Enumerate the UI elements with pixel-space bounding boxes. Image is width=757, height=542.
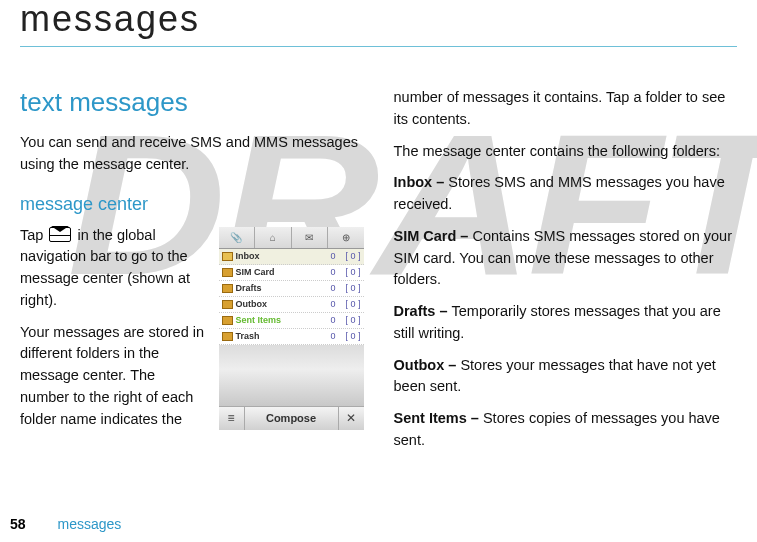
footer-section: messages (57, 516, 121, 532)
folder-count: 0 (326, 315, 336, 325)
page-number: 58 (10, 516, 26, 532)
folder-unread: [ 0 ] (339, 251, 361, 261)
folder-unread: [ 0 ] (339, 331, 361, 341)
close-icon: ✕ (338, 407, 364, 430)
right-cont-paragraph: number of messages it contains. Tap a fo… (394, 87, 738, 131)
right-folders-intro: The message center contains the followin… (394, 141, 738, 163)
folder-unread: [ 0 ] (339, 283, 361, 293)
folder-list: Inbox 0 [ 0 ] SIM Card 0 [ 0 ] Dra (219, 249, 364, 345)
tab-icon-folder: ⌂ (255, 227, 292, 248)
folder-row-sim: SIM Card 0 [ 0 ] (219, 265, 364, 281)
tap-paragraph: Tap in the global navigation bar to go t… (20, 225, 207, 312)
folder-count: 0 (326, 283, 336, 293)
folder-name: Sent Items (236, 315, 323, 325)
desc-outbox-label: Outbox – (394, 357, 461, 373)
page-footer: 58 messages (10, 516, 121, 532)
tab-icon-paperclip: 📎 (219, 227, 256, 248)
folder-icon (222, 332, 233, 341)
folder-count: 0 (326, 299, 336, 309)
tab-icon-mail: ✉ (292, 227, 329, 248)
menu-icon: ≡ (219, 407, 245, 430)
tap-before: Tap (20, 227, 47, 243)
folder-row-sent: Sent Items 0 [ 0 ] (219, 313, 364, 329)
folder-count: 0 (326, 267, 336, 277)
folder-name: SIM Card (236, 267, 323, 277)
desc-inbox-label: Inbox – (394, 174, 449, 190)
folder-icon (222, 284, 233, 293)
folder-row-inbox: Inbox 0 [ 0 ] (219, 249, 364, 265)
phone-bottom-bar: ≡ Compose ✕ (219, 406, 364, 430)
compose-button: Compose (245, 407, 338, 430)
desc-sent: Sent Items – Stores copies of messages y… (394, 408, 738, 452)
folder-icon (222, 252, 233, 261)
desc-inbox: Inbox – Stores SMS and MMS messages you … (394, 172, 738, 216)
folder-row-drafts: Drafts 0 [ 0 ] (219, 281, 364, 297)
desc-sim-label: SIM Card – (394, 228, 473, 244)
folder-name: Inbox (236, 251, 323, 261)
page-title: messages (20, 0, 737, 40)
folder-icon (222, 300, 233, 309)
desc-outbox: Outbox – Stores your messages that have … (394, 355, 738, 399)
folder-name: Trash (236, 331, 323, 341)
folder-unread: [ 0 ] (339, 267, 361, 277)
message-center-screenshot: 📎 ⌂ ✉ ⊕ Inbox 0 [ 0 ] (219, 227, 364, 422)
desc-drafts-label: Drafts – (394, 303, 452, 319)
folder-count: 0 (326, 331, 336, 341)
folder-row-outbox: Outbox 0 [ 0 ] (219, 297, 364, 313)
folder-icon (222, 316, 233, 325)
folder-row-trash: Trash 0 [ 0 ] (219, 329, 364, 345)
subheading-message-center: message center (20, 194, 364, 215)
desc-sent-label: Sent Items – (394, 410, 483, 426)
folder-icon (222, 268, 233, 277)
folders-paragraph: Your messages are stored in different fo… (20, 322, 207, 431)
folder-name: Outbox (236, 299, 323, 309)
folder-unread: [ 0 ] (339, 315, 361, 325)
section-heading-text-messages: text messages (20, 87, 364, 118)
intro-paragraph: You can send and receive SMS and MMS mes… (20, 132, 364, 176)
phone-top-tabs: 📎 ⌂ ✉ ⊕ (219, 227, 364, 249)
folder-count: 0 (326, 251, 336, 261)
tab-icon-globe: ⊕ (328, 227, 364, 248)
folder-name: Drafts (236, 283, 323, 293)
title-underline (20, 46, 737, 47)
folder-unread: [ 0 ] (339, 299, 361, 309)
desc-drafts: Drafts – Temporarily stores messages tha… (394, 301, 738, 345)
phone-wallpaper (219, 345, 364, 406)
desc-sim: SIM Card – Contains SMS messages stored … (394, 226, 738, 291)
envelope-icon (49, 227, 71, 242)
